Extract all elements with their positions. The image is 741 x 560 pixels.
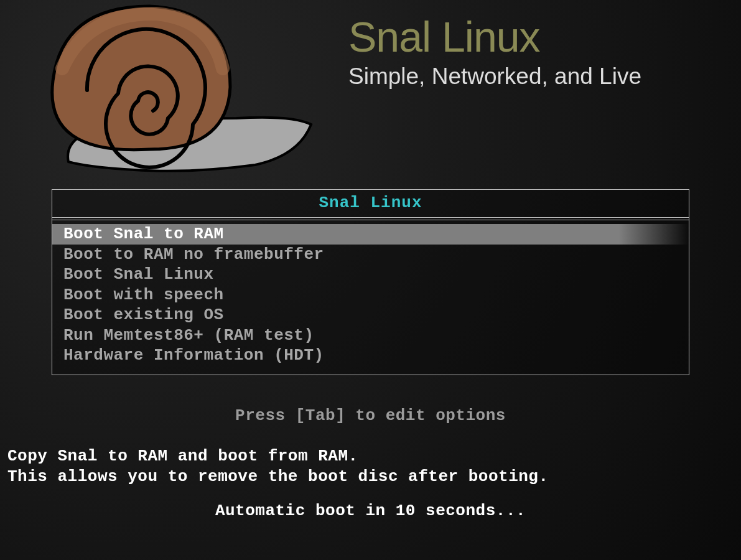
boot-menu-title: Snal Linux xyxy=(52,190,689,218)
description-line-2: This allows you to remove the boot disc … xyxy=(7,467,741,488)
edit-hint: Press [Tab] to edit options xyxy=(0,406,741,425)
description-line-1: Copy Snal to RAM and boot from RAM. xyxy=(7,446,741,467)
boot-menu-item[interactable]: Boot Snal to RAM xyxy=(52,224,689,245)
boot-description: Copy Snal to RAM and boot from RAM. This… xyxy=(7,446,741,488)
boot-menu-item[interactable]: Run Memtest86+ (RAM test) xyxy=(52,325,689,346)
boot-menu-item[interactable]: Hardware Information (HDT) xyxy=(52,345,689,366)
page-title: Snal Linux xyxy=(348,12,641,61)
boot-menu-item[interactable]: Boot with speech xyxy=(52,285,689,306)
boot-menu-item[interactable]: Boot Snal Linux xyxy=(52,264,689,285)
boot-menu: Snal Linux Boot Snal to RAMBoot to RAM n… xyxy=(52,189,689,375)
page-subtitle: Simple, Networked, and Live xyxy=(348,63,641,90)
boot-menu-item[interactable]: Boot to RAM no framebuffer xyxy=(52,245,689,265)
boot-menu-items: Boot Snal to RAMBoot to RAM no framebuff… xyxy=(52,218,689,375)
snail-logo xyxy=(25,0,336,180)
auto-boot-countdown: Automatic boot in 10 seconds... xyxy=(0,502,741,520)
boot-menu-item[interactable]: Boot existing OS xyxy=(52,305,689,325)
